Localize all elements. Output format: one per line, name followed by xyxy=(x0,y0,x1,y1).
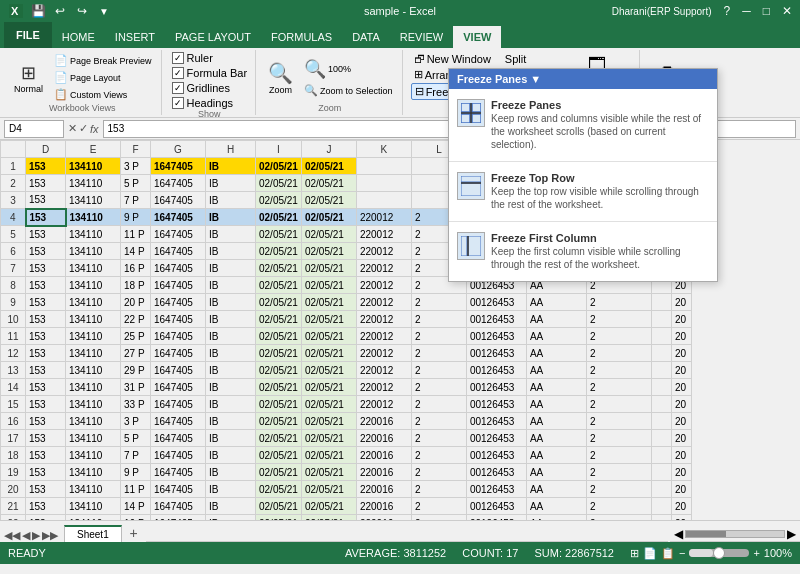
table-cell[interactable]: 20 xyxy=(671,294,691,311)
dropdown-item-1[interactable]: Freeze Top Row Keep the top row visible … xyxy=(449,162,717,222)
col-header-h[interactable]: H xyxy=(206,141,256,158)
table-cell[interactable]: 02/05/21 xyxy=(256,447,302,464)
table-cell[interactable]: 2 xyxy=(586,430,651,447)
row-num[interactable]: 9 xyxy=(1,294,26,311)
row-num[interactable]: 2 xyxy=(1,175,26,192)
table-cell[interactable]: 5 P xyxy=(121,175,151,192)
gridlines-checkbox[interactable]: ✓ xyxy=(172,82,184,94)
sheet-nav-right[interactable]: ▶▶ xyxy=(42,529,58,542)
table-cell[interactable]: 2 xyxy=(411,464,466,481)
table-cell[interactable]: 1647405 xyxy=(151,498,206,515)
headings-checkbox[interactable]: ✓ xyxy=(172,97,184,109)
table-cell[interactable]: 1647405 xyxy=(151,481,206,498)
row-num[interactable]: 16 xyxy=(1,413,26,430)
table-cell[interactable] xyxy=(651,515,671,521)
table-cell[interactable]: 153 xyxy=(26,311,66,328)
table-cell[interactable]: 02/05/21 xyxy=(256,396,302,413)
table-cell[interactable]: IB xyxy=(206,515,256,521)
table-cell[interactable]: 220012 xyxy=(356,209,411,226)
table-cell[interactable] xyxy=(651,311,671,328)
row-num[interactable]: 10 xyxy=(1,311,26,328)
new-window-btn[interactable]: 🗗 New Window xyxy=(411,52,494,66)
row-num[interactable]: 22 xyxy=(1,515,26,521)
table-cell[interactable]: AA xyxy=(526,328,586,345)
table-cell[interactable]: 02/05/21 xyxy=(301,362,356,379)
table-cell[interactable]: 2 xyxy=(586,413,651,430)
undo-icon[interactable]: ↩ xyxy=(52,3,68,19)
table-cell[interactable] xyxy=(651,328,671,345)
table-cell[interactable]: 1647405 xyxy=(151,243,206,260)
table-cell[interactable]: 1647405 xyxy=(151,175,206,192)
tab-formulas[interactable]: FORMULAS xyxy=(261,26,342,48)
table-cell[interactable]: IB xyxy=(206,498,256,515)
table-cell[interactable]: 134110 xyxy=(66,413,121,430)
table-cell[interactable]: 02/05/21 xyxy=(301,447,356,464)
table-cell[interactable]: 220012 xyxy=(356,345,411,362)
table-cell[interactable]: 02/05/21 xyxy=(256,260,302,277)
table-cell[interactable]: 20 xyxy=(671,498,691,515)
table-cell[interactable]: 220012 xyxy=(356,277,411,294)
row-num[interactable]: 17 xyxy=(1,430,26,447)
table-cell[interactable]: AA xyxy=(526,464,586,481)
table-cell[interactable]: 134110 xyxy=(66,396,121,413)
table-cell[interactable]: 02/05/21 xyxy=(301,158,356,175)
table-cell[interactable]: 2 xyxy=(586,396,651,413)
table-cell[interactable]: IB xyxy=(206,277,256,294)
table-cell[interactable]: 11 P xyxy=(121,481,151,498)
table-cell[interactable]: 134110 xyxy=(66,430,121,447)
table-cell[interactable]: 2 xyxy=(586,362,651,379)
table-cell[interactable] xyxy=(651,379,671,396)
table-cell[interactable]: 153 xyxy=(26,209,66,226)
table-cell[interactable] xyxy=(356,192,411,209)
table-cell[interactable]: IB xyxy=(206,413,256,430)
split-btn[interactable]: Split xyxy=(502,52,529,66)
table-cell[interactable]: 00126453 xyxy=(466,294,526,311)
table-cell[interactable]: 2 xyxy=(411,362,466,379)
table-cell[interactable]: IB xyxy=(206,328,256,345)
table-cell[interactable]: 2 xyxy=(586,498,651,515)
tab-view[interactable]: VIEW xyxy=(453,26,501,48)
table-cell[interactable]: 00126453 xyxy=(466,430,526,447)
table-cell[interactable]: 1647405 xyxy=(151,328,206,345)
col-header-g[interactable]: G xyxy=(151,141,206,158)
zoom-in-icon[interactable]: + xyxy=(753,547,759,559)
table-cell[interactable]: 134110 xyxy=(66,294,121,311)
table-cell[interactable] xyxy=(651,498,671,515)
table-cell[interactable]: 2 xyxy=(411,379,466,396)
row-num[interactable]: 14 xyxy=(1,379,26,396)
table-cell[interactable]: 153 xyxy=(26,328,66,345)
insert-function-icon[interactable]: fx xyxy=(90,123,99,135)
table-cell[interactable]: AA xyxy=(526,379,586,396)
table-cell[interactable]: 00126453 xyxy=(466,345,526,362)
table-cell[interactable]: IB xyxy=(206,362,256,379)
table-cell[interactable]: 20 xyxy=(671,396,691,413)
table-cell[interactable]: 2 xyxy=(586,447,651,464)
table-cell[interactable]: 2 xyxy=(411,328,466,345)
save-icon[interactable]: 💾 xyxy=(30,3,46,19)
table-cell[interactable]: 153 xyxy=(26,447,66,464)
table-cell[interactable]: 153 xyxy=(26,464,66,481)
table-cell[interactable]: 134110 xyxy=(66,447,121,464)
table-cell[interactable]: 02/05/21 xyxy=(256,481,302,498)
table-cell[interactable] xyxy=(651,464,671,481)
table-cell[interactable]: 02/05/21 xyxy=(301,328,356,345)
table-cell[interactable]: 00126453 xyxy=(466,515,526,521)
table-cell[interactable]: 02/05/21 xyxy=(301,311,356,328)
table-cell[interactable]: 02/05/21 xyxy=(256,430,302,447)
table-cell[interactable]: 20 xyxy=(671,413,691,430)
table-cell[interactable]: 153 xyxy=(26,260,66,277)
row-num[interactable]: 7 xyxy=(1,260,26,277)
table-cell[interactable]: 134110 xyxy=(66,464,121,481)
col-header-f[interactable]: F xyxy=(121,141,151,158)
name-box[interactable]: D4 xyxy=(4,120,64,138)
table-cell[interactable] xyxy=(651,362,671,379)
row-num[interactable]: 21 xyxy=(1,498,26,515)
table-cell[interactable]: 153 xyxy=(26,515,66,521)
table-cell[interactable]: 1647405 xyxy=(151,379,206,396)
table-cell[interactable]: AA xyxy=(526,345,586,362)
scroll-left-icon[interactable]: ◀ xyxy=(674,527,683,541)
table-cell[interactable]: 2 xyxy=(411,498,466,515)
col-header-k[interactable]: K xyxy=(356,141,411,158)
table-cell[interactable]: 153 xyxy=(26,396,66,413)
table-cell[interactable]: 1647405 xyxy=(151,345,206,362)
